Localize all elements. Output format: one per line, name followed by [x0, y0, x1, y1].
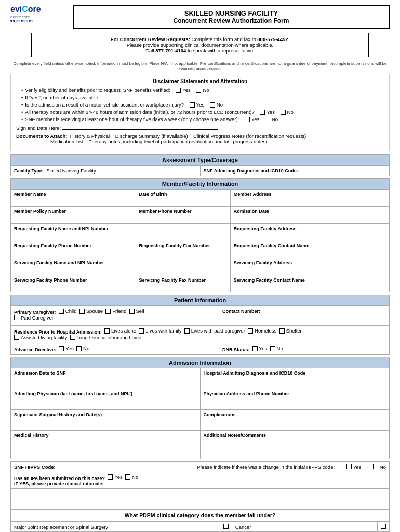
res-homeless: Homeless — [248, 328, 276, 334]
advance-directive-cell: Advance Directive: Yes No — [11, 343, 219, 355]
ipa-row: Has an IPA been submitted on this case? … — [10, 472, 390, 489]
complications-cell: Complications — [200, 409, 390, 430]
req-facility-contact-cell: Requesting Facility Contact Name — [230, 241, 389, 258]
assessment-header: Assessment Type/Coverage — [10, 154, 390, 165]
req-facility-fax-cell: Requesting Facility Fax Number — [136, 241, 230, 258]
docs-attach: Documents to Attach: History & Physical … — [16, 133, 384, 144]
caregiver-self: Self — [129, 308, 144, 314]
disclaimer-bullets: Verify eligibility and benefits prior to… — [16, 87, 384, 122]
pdpm-table: Major Joint Replacement or Spinal Surger… — [10, 522, 390, 532]
caregiver-paid: Paid Caregiver — [14, 315, 54, 321]
admission-table: Admission Date to SNF Hospital Admitting… — [10, 368, 390, 459]
patient-info-section: Patient Information Primary Caregiver: C… — [10, 295, 390, 355]
hipps-change-yes: Yes — [346, 464, 362, 470]
caregiver-friend: Friend — [105, 308, 126, 314]
therapy-notes-yes: Yes — [260, 109, 275, 115]
caregiver-child: Child — [59, 308, 77, 314]
member-facility-table: Member Name Date of Birth Member Address… — [10, 189, 390, 292]
member-name-cell: Member Name — [11, 190, 136, 207]
surgical-history-cell: Significant Surgical History and Date(s) — [11, 409, 201, 430]
hospital-diag-cell: Hospital Admitting Diagnosis and ICD10 C… — [200, 368, 390, 389]
title-line1: SKILLED NURSING FACILITY — [79, 9, 383, 17]
res-paid: Lives with paid caregiver — [184, 328, 245, 334]
ipa-no: No — [125, 474, 138, 480]
bullet-1b: If "yes", number of days available: ____… — [21, 95, 384, 100]
bullet-4: SNF member is receiving at least one hou… — [21, 116, 384, 122]
req-facility-address-cell: Requesting Facility Address — [230, 224, 389, 241]
pdpm-left-check-0 — [220, 522, 232, 532]
admission-date-cell: Admission Date — [230, 207, 389, 224]
bullet-3: All therapy notes are within 24-48 hours… — [21, 109, 384, 115]
pdpm-right-check-0 — [378, 522, 390, 532]
disclaimer-title: Disclaimer Statements and Attestation — [16, 78, 384, 84]
caregiver-spouse: Spouse — [79, 308, 103, 314]
pdpm-right-0: Cancer — [232, 522, 377, 532]
bullet-2: Is the admission a result of a motor-veh… — [21, 102, 384, 108]
ipa-rationale-box — [10, 489, 390, 510]
facility-type-cell: Facility Type: Skilled Nursing Facility — [11, 166, 201, 176]
serv-facility-name-cell: Servicing Facility Name and NPI Number — [11, 258, 231, 275]
res-family: Lives with family — [139, 328, 181, 334]
assessment-table: Facility Type: Skilled Nursing Facility … — [10, 165, 390, 176]
snf-therapy-no: No — [265, 116, 278, 122]
assessment-section: Assessment Type/Coverage Facility Type: … — [10, 154, 390, 176]
dnr-yes: Yes — [252, 345, 268, 351]
dob-cell: Date of Birth — [136, 190, 230, 207]
fax-line2: Please provide supporting clinical docum… — [127, 42, 274, 48]
hipps-label: SNF HIPPS Code: — [14, 464, 56, 470]
serv-facility-fax-cell: Servicing Facility Fax Number — [136, 275, 230, 292]
residence-cell: Residence Prior to Hospital Admission: L… — [11, 326, 390, 343]
ipa-if-yes-label: IF YES, please provide clinical rational… — [14, 481, 103, 486]
ipa-yes: Yes — [108, 474, 123, 480]
admission-header: Admission Information — [10, 357, 390, 368]
member-phone-cell: Member Phone Number — [136, 207, 230, 224]
pdpm-header: What PDPM clinical category does the mem… — [10, 510, 390, 522]
address-cell: Member Address — [230, 190, 389, 207]
disclaimer-notice: Complete every field unless otherwise no… — [10, 61, 390, 71]
table-row: Major Joint Replacement or Spinal Surger… — [11, 522, 390, 532]
disclaimer-section: Disclaimer Statements and Attestation Ve… — [10, 74, 390, 151]
title-line2: Concurrent Review Authorization Form — [79, 17, 383, 24]
hipps-row: SNF HIPPS Code: Please indicate if there… — [10, 461, 390, 472]
contact-number-cell: Contact Number: — [219, 306, 389, 326]
therapy-notes-no: No — [281, 109, 294, 115]
snf-diagnosis-cell: SNF Admitting Diagnosis and ICD10 Code: — [200, 166, 390, 176]
fax-line3: Call 877-791-4104 to speak with a repres… — [145, 48, 255, 54]
res-ltc: Long-term care/nursing home — [70, 335, 142, 340]
additional-notes-cell: Additional Notes/Comments — [200, 430, 390, 459]
hipps-change-no: No — [373, 464, 386, 470]
res-assisted: Assisted living facility — [14, 335, 67, 340]
serv-facility-address-cell: Servicing Facility Address — [230, 258, 389, 275]
benefits-verified-yes: Yes — [176, 87, 191, 93]
sign-line: Sign and Date Here: — [16, 125, 384, 131]
motor-vehicle-no: No — [210, 102, 223, 108]
admitting-physician-cell: Admitting Physician (last name, first na… — [11, 389, 201, 409]
header: eviCore healthcare SKILLED NURSING FACIL… — [10, 5, 390, 29]
physician-address-cell: Physician Address and Phone Number — [200, 389, 390, 409]
policy-cell: Member Policy Number — [11, 207, 136, 224]
motor-vehicle-yes: Yes — [190, 102, 205, 108]
req-facility-name-cell: Requesting Facility Name and NPI Number — [11, 224, 231, 241]
member-facility-header: Member/Facility Information — [10, 178, 390, 189]
dnr-cell: DNR Status: Yes No — [219, 343, 389, 355]
form-title: SKILLED NURSING FACILITY Concurrent Revi… — [73, 5, 390, 29]
dnr-no: No — [270, 345, 283, 351]
advance-no: No — [76, 345, 89, 351]
snf-therapy-yes: Yes — [245, 116, 260, 122]
member-facility-section: Member/Facility Information Member Name … — [10, 178, 390, 292]
advance-yes: Yes — [59, 345, 74, 351]
patient-info-header: Patient Information — [10, 295, 390, 305]
admission-section: Admission Information Admission Date to … — [10, 357, 390, 459]
res-shelter: Shelter — [279, 328, 302, 334]
req-facility-phone-cell: Requesting Facility Phone Number — [11, 241, 136, 258]
pdpm-left-0: Major Joint Replacement or Spinal Surger… — [11, 522, 220, 532]
serv-facility-phone-cell: Servicing Facility Phone Number — [11, 275, 136, 292]
hipps-change-label: Please indicate if there was a change in… — [197, 464, 335, 470]
patient-info-table: Primary Caregiver: Child Spouse Friend S… — [10, 305, 390, 355]
logo: eviCore healthcare — [10, 5, 73, 29]
benefits-verified-no: No — [196, 87, 209, 93]
res-alone: Lives alone — [104, 328, 136, 334]
medical-history-cell: Medical History — [11, 430, 201, 459]
fax-notice: For Concurrent Review Requests: Complete… — [31, 33, 369, 57]
serv-facility-contact-cell: Servicing Facility Contact Name — [230, 275, 389, 292]
